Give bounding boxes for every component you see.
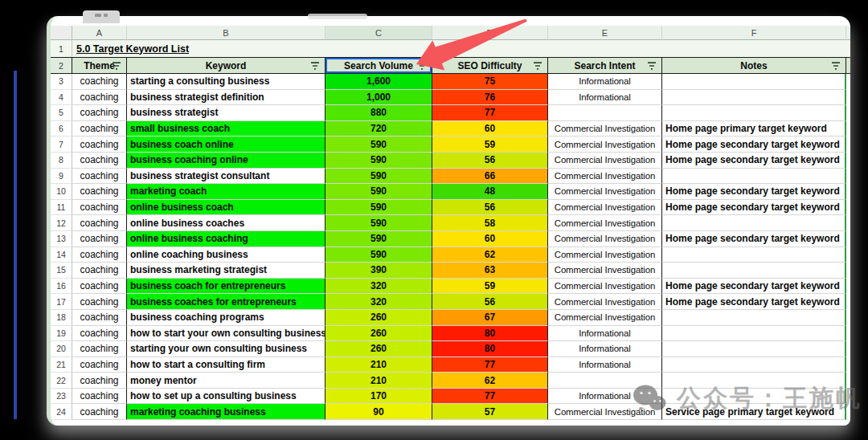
filter-icon[interactable] [533, 62, 542, 70]
row-number-8[interactable]: 8 [51, 153, 72, 169]
cell-notes[interactable] [662, 90, 846, 106]
cell-notes[interactable] [662, 326, 846, 342]
cell-seo-difficulty[interactable]: 75 [432, 74, 548, 90]
cell-keyword[interactable]: starting your own consulting business [127, 341, 326, 357]
cell-search-intent[interactable]: Informational [548, 341, 662, 357]
cell-theme[interactable]: coaching [72, 105, 127, 121]
cell-notes[interactable] [662, 105, 846, 121]
cell-notes[interactable] [662, 74, 846, 90]
row-number-2[interactable]: 2 [51, 57, 72, 74]
cell-search-volume[interactable]: 210 [326, 357, 432, 373]
cell-keyword[interactable]: business coaching online [127, 153, 326, 169]
row-number-17[interactable]: 17 [51, 294, 72, 310]
cell-search-intent[interactable]: Commercial Investigation [548, 121, 662, 137]
cell-keyword[interactable]: business marketing strategist [127, 263, 326, 279]
cell-search-volume[interactable]: 590 [326, 215, 432, 231]
cell-theme[interactable]: coaching [72, 310, 127, 326]
cell-notes[interactable] [662, 169, 846, 185]
row-number-18[interactable]: 18 [51, 310, 72, 326]
cell-theme[interactable]: coaching [72, 136, 127, 153]
row-number-16[interactable]: 16 [51, 279, 72, 295]
row-number-13[interactable]: 13 [51, 231, 72, 247]
cell-search-volume[interactable]: 880 [326, 105, 432, 121]
cell-seo-difficulty[interactable]: 80 [432, 326, 548, 342]
cell-search-volume[interactable]: 590 [326, 200, 432, 216]
cell-search-intent[interactable]: Commercial Investigation [548, 215, 662, 231]
cell-search-volume[interactable]: 590 [326, 153, 432, 169]
cell-search-intent[interactable]: Informational [548, 326, 662, 342]
cell-search-volume[interactable]: 170 [326, 389, 432, 405]
cell-search-volume[interactable]: 590 [326, 184, 432, 200]
column-letter-A[interactable]: A [72, 26, 127, 40]
cell-search-volume[interactable]: 590 [326, 136, 432, 153]
cell-search-volume[interactable]: 260 [326, 310, 432, 326]
filter-icon[interactable] [831, 62, 841, 70]
cell-search-volume[interactable]: 260 [326, 326, 432, 342]
column-letter-F[interactable]: F [662, 26, 846, 40]
cell-theme[interactable]: coaching [72, 326, 127, 342]
cell-seo-difficulty[interactable]: 62 [432, 373, 548, 389]
cell-notes[interactable] [662, 215, 846, 231]
row-number-15[interactable]: 15 [51, 263, 72, 279]
cell-keyword[interactable]: how to start your own consulting busines… [127, 326, 326, 342]
cell-search-volume[interactable]: 320 [326, 279, 432, 295]
column-header-theme[interactable]: Theme [72, 57, 127, 74]
cell-keyword[interactable]: business strategist definition [127, 90, 326, 106]
row-number-22[interactable]: 22 [51, 373, 72, 389]
column-header-keyword[interactable]: Keyword [127, 57, 326, 74]
cell-notes[interactable] [662, 263, 846, 279]
filter-icon[interactable] [112, 62, 121, 70]
cell-seo-difficulty[interactable]: 67 [432, 310, 548, 326]
cell-search-intent[interactable]: Commercial Investigation [548, 294, 662, 310]
cell-keyword[interactable]: business strategist [127, 105, 326, 121]
cell-seo-difficulty[interactable]: 80 [432, 341, 548, 357]
row-number-9[interactable]: 9 [51, 169, 72, 185]
cell-keyword[interactable]: small business coach [127, 121, 326, 137]
cell-keyword[interactable]: business coach for entrepreneurs [127, 279, 326, 295]
cell-search-intent[interactable]: Commercial Investigation [548, 263, 662, 279]
cell-seo-difficulty[interactable]: 58 [432, 215, 548, 231]
cell-theme[interactable]: coaching [72, 200, 127, 216]
row-number-23[interactable]: 23 [51, 389, 72, 405]
row-number-21[interactable]: 21 [51, 357, 72, 373]
cell-seo-difficulty[interactable]: 77 [432, 105, 548, 121]
cell-search-intent[interactable]: Commercial Investigation [548, 247, 662, 263]
cell-notes[interactable] [662, 310, 846, 326]
cell-notes[interactable]: Home page primary target keyword [662, 121, 846, 137]
cell-search-intent[interactable]: Informational [548, 74, 662, 90]
cell-theme[interactable]: coaching [72, 357, 127, 373]
cell-search-intent[interactable]: Informational [548, 357, 662, 373]
cell-search-intent[interactable]: Commercial Investigation [548, 136, 662, 153]
cell-theme[interactable]: coaching [72, 263, 127, 279]
row-number-11[interactable]: 11 [51, 200, 72, 216]
cell-keyword[interactable]: business coach online [127, 136, 326, 153]
cell-theme[interactable]: coaching [72, 169, 127, 185]
column-header-search-volume[interactable]: Search Volume [326, 57, 432, 74]
select-all-corner[interactable] [51, 26, 72, 40]
column-letter-D[interactable]: D [432, 26, 548, 40]
cell-search-volume[interactable]: 210 [326, 373, 432, 389]
column-letter-B[interactable]: B [127, 26, 326, 40]
cell-seo-difficulty[interactable]: 48 [432, 184, 548, 200]
cell-seo-difficulty[interactable]: 59 [432, 136, 548, 153]
cell-notes[interactable]: Home page secondary target keyword [662, 231, 846, 247]
cell-theme[interactable]: coaching [72, 247, 127, 263]
cell-search-intent[interactable]: Commercial Investigation [548, 184, 662, 200]
column-letter-C[interactable]: C [326, 26, 432, 40]
cell-keyword[interactable]: how to start a consulting firm [127, 357, 326, 373]
column-letter-E[interactable]: E [548, 26, 662, 40]
cell-keyword[interactable]: business coaching programs [127, 310, 326, 326]
row-number-6[interactable]: 6 [51, 121, 72, 137]
cell-seo-difficulty[interactable]: 77 [432, 357, 548, 373]
cell-theme[interactable]: coaching [72, 153, 127, 169]
row-number-1[interactable]: 1 [51, 40, 72, 57]
cell-seo-difficulty[interactable]: 56 [432, 294, 548, 310]
row-number-12[interactable]: 12 [51, 215, 72, 231]
cell-seo-difficulty[interactable]: 77 [432, 389, 548, 405]
row-number-19[interactable]: 19 [51, 326, 72, 342]
cell-seo-difficulty[interactable]: 76 [432, 90, 548, 106]
cell-search-intent[interactable] [548, 105, 662, 121]
column-header-notes[interactable]: Notes [662, 57, 846, 74]
cell-seo-difficulty[interactable]: 60 [432, 231, 548, 247]
cell-seo-difficulty[interactable]: 56 [432, 153, 548, 169]
